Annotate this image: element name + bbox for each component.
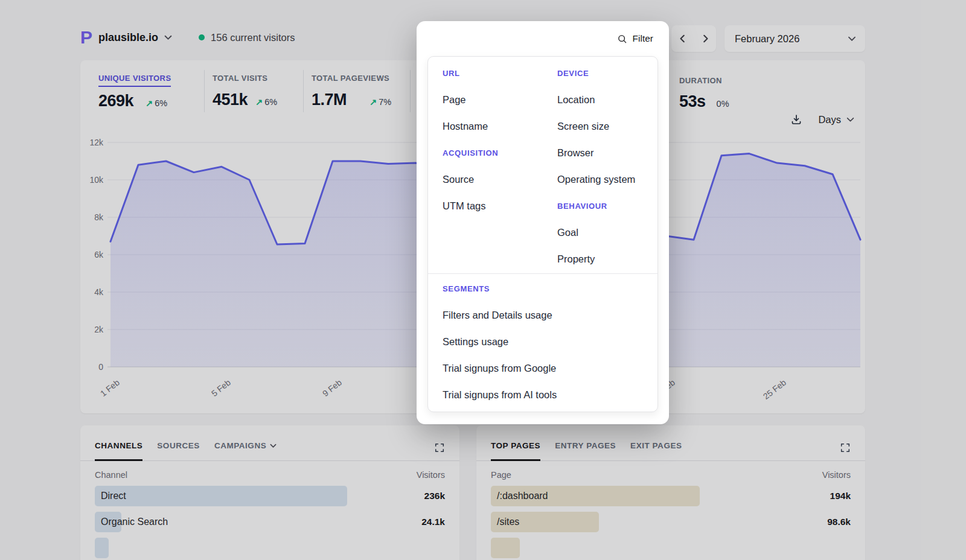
menu-item-property[interactable]: Property bbox=[557, 246, 657, 272]
menu-item-segment-settings-usage[interactable]: Settings usage bbox=[443, 328, 657, 355]
menu-item-segment-trial-google[interactable]: Trial signups from Google bbox=[443, 355, 657, 381]
menu-item-screen-size[interactable]: Screen size bbox=[557, 113, 657, 139]
divider bbox=[428, 273, 657, 274]
menu-item-goal[interactable]: Goal bbox=[557, 219, 657, 246]
filter-search[interactable]: Filter bbox=[417, 21, 669, 56]
filter-popup: Filter URL Page Hostname ACQUISITION Sou… bbox=[417, 21, 669, 424]
menu-item-operating-system[interactable]: Operating system bbox=[557, 166, 657, 192]
section-heading-acquisition: ACQUISITION bbox=[443, 139, 543, 166]
menu-item-browser[interactable]: Browser bbox=[557, 139, 657, 166]
section-heading-url: URL bbox=[443, 60, 543, 86]
filter-column-right: DEVICE Location Screen size Browser Oper… bbox=[543, 60, 657, 272]
menu-item-hostname[interactable]: Hostname bbox=[443, 113, 543, 139]
menu-item-location[interactable]: Location bbox=[557, 86, 657, 113]
menu-item-segment-filters-details[interactable]: Filters and Details usage bbox=[443, 302, 657, 328]
menu-item-page[interactable]: Page bbox=[443, 86, 543, 113]
filter-label: Filter bbox=[633, 33, 653, 44]
section-heading-behaviour: BEHAVIOUR bbox=[557, 192, 657, 219]
search-icon bbox=[617, 34, 627, 44]
filter-column-left: URL Page Hostname ACQUISITION Source UTM… bbox=[428, 60, 543, 272]
menu-item-utm-tags[interactable]: UTM tags bbox=[443, 192, 543, 219]
segments-section: SEGMENTS Filters and Details usage Setti… bbox=[428, 275, 657, 408]
menu-item-source[interactable]: Source bbox=[443, 166, 543, 192]
section-heading-segments: SEGMENTS bbox=[443, 275, 657, 302]
filter-menu-panel: URL Page Hostname ACQUISITION Source UTM… bbox=[427, 56, 658, 412]
menu-item-segment-trial-ai[interactable]: Trial signups from AI tools bbox=[443, 381, 657, 408]
section-heading-device: DEVICE bbox=[557, 60, 657, 86]
